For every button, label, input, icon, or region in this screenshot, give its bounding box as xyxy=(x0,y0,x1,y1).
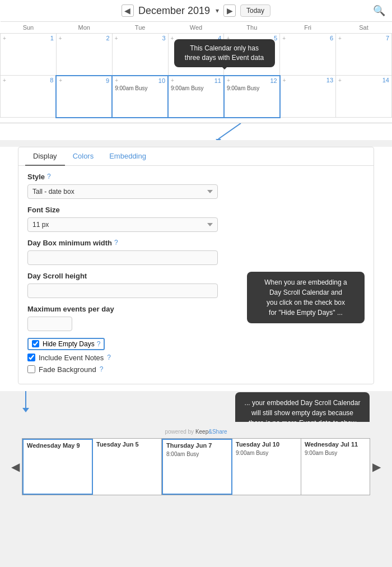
scroll-right-button[interactable]: ▶ xyxy=(370,438,383,495)
day-box-input[interactable]: 180 xyxy=(27,250,218,265)
include-notes-row: Include Event Notes ? xyxy=(27,354,238,362)
fade-bg-checkbox[interactable] xyxy=(27,365,35,373)
day-cell: +7 xyxy=(336,34,392,76)
day-scroll-label: Day Scroll height xyxy=(27,272,238,280)
style-select[interactable]: Tall - date box Short - date box Day Scr… xyxy=(27,184,218,199)
add-event-btn[interactable]: + xyxy=(3,77,6,83)
left-arrow-connector xyxy=(22,391,29,412)
settings-body: Style ? Tall - date box Short - date box… xyxy=(18,166,374,384)
hide-empty-label: Hide Empty Days xyxy=(43,340,95,348)
svg-line-0 xyxy=(218,123,241,139)
day-cell-highlighted: +11 9:00am Busy xyxy=(168,76,224,118)
add-event-btn[interactable]: + xyxy=(3,35,6,41)
font-size-setting: Font Size 11 px 12 px 13 px xyxy=(27,206,365,232)
day-scroll-cell-5: Wednesday Jul 11 9:00am Busy xyxy=(301,439,370,495)
search-button[interactable]: 🔍 xyxy=(373,4,385,17)
day-scroll-cell-3: Thursday Jun 7 8:00am Busy xyxy=(162,439,232,495)
month-title: December 2019 xyxy=(138,5,210,17)
day-scroll-cell-1: Wednesday May 9 xyxy=(22,439,93,495)
add-event-btn[interactable]: + xyxy=(59,77,62,83)
ds-event-5: 9:00am Busy xyxy=(305,450,366,456)
week-row-2: +8 +9 +10 9:00am Busy +11 9:00am Busy +1… xyxy=(1,76,392,118)
style-help[interactable]: ? xyxy=(47,173,51,180)
day-scroll-cell-2: Tuesday Jun 5 xyxy=(93,439,162,495)
col-fri: Fri xyxy=(280,22,336,34)
event-text: 9:00am Busy xyxy=(171,85,221,91)
day-scroll-input[interactable]: 200 xyxy=(27,284,218,298)
day-box-help[interactable]: ? xyxy=(114,239,118,247)
include-notes-label: Include Event Notes xyxy=(39,354,104,362)
add-event-btn[interactable]: + xyxy=(283,77,286,83)
settings-section: Display Colors Embedding Style ? Tall - … xyxy=(18,147,374,384)
add-event-btn[interactable]: + xyxy=(338,77,342,83)
add-event-btn[interactable]: + xyxy=(115,35,118,41)
add-event-btn[interactable]: + xyxy=(227,77,230,83)
style-label: Style ? xyxy=(27,173,365,181)
day-cell: +14 xyxy=(336,76,392,118)
hide-empty-help[interactable]: ? xyxy=(97,340,101,348)
day-cell: +8 xyxy=(1,76,57,118)
day-cell: +6 xyxy=(280,34,336,76)
font-size-select[interactable]: 11 px 12 px 13 px xyxy=(27,217,218,232)
font-size-label: Font Size xyxy=(27,206,365,214)
add-event-btn[interactable]: + xyxy=(282,35,286,41)
fade-bg-row: Fade Background ? xyxy=(27,365,238,374)
tab-display[interactable]: Display xyxy=(25,147,65,166)
event-text: 9:00am Busy xyxy=(227,85,277,91)
event-text: 9:00am Busy xyxy=(115,85,165,91)
col-sun: Sun xyxy=(1,22,57,34)
day-scroll-row: Day Scroll height 200 Maximum events per… xyxy=(27,272,365,377)
share-label: &Share xyxy=(208,429,227,435)
next-month-button[interactable]: ▶ xyxy=(223,4,236,17)
powered-by: powered by Keep&Share xyxy=(9,429,383,435)
include-notes-checkbox[interactable] xyxy=(27,354,35,361)
hide-empty-days-row: Hide Empty Days ? xyxy=(27,338,105,350)
ds-day-label-2: Tuesday Jun 5 xyxy=(96,441,158,448)
day-scroll-grid: Wednesday May 9 Tuesday Jun 5 Thursday J… xyxy=(22,438,370,495)
ds-day-label-5: Wednesday Jul 11 xyxy=(305,441,366,448)
scroll-left-button[interactable]: ◀ xyxy=(9,438,22,495)
month-dropdown-arrow[interactable]: ▾ xyxy=(216,7,219,15)
hide-empty-checkbox[interactable] xyxy=(32,340,39,347)
ds-day-label-1: Wednesday May 9 xyxy=(27,442,88,449)
prev-month-button[interactable]: ◀ xyxy=(122,4,134,17)
day-cell: +2 xyxy=(56,34,112,76)
add-event-btn[interactable]: + xyxy=(171,77,174,83)
include-notes-help[interactable]: ? xyxy=(107,354,111,361)
today-button[interactable]: Today xyxy=(240,4,270,17)
calendar-grid: Sun Mon Tue Wed Thu Fri Sat +1 +2 +3 xyxy=(0,21,392,118)
fade-bg-help[interactable]: ? xyxy=(100,365,104,373)
max-events-setting: Maximum events per day 12 xyxy=(27,305,238,331)
add-event-btn[interactable]: + xyxy=(171,35,174,41)
ds-event-3: 8:00am Busy xyxy=(166,451,228,457)
day-scroll-nav: ◀ Wednesday May 9 Tuesday Jun 5 Thursday… xyxy=(9,438,383,495)
tab-colors[interactable]: Colors xyxy=(65,147,102,166)
tooltip-bubble-2-wrapper: When you are embedding aDay Scroll Calen… xyxy=(247,272,365,323)
tab-embedding[interactable]: Embedding xyxy=(101,147,154,166)
max-events-input[interactable]: 12 xyxy=(27,317,72,331)
add-event-btn[interactable]: + xyxy=(115,77,118,83)
add-event-btn[interactable]: + xyxy=(59,35,62,41)
day-cell: +13 xyxy=(280,76,336,118)
keep-label: Keep xyxy=(195,429,208,435)
ds-event-4: 9:00am Busy xyxy=(236,450,297,456)
section-gap xyxy=(0,140,392,147)
fade-bg-label: Fade Background xyxy=(39,365,96,374)
day-scroll-left: Day Scroll height 200 Maximum events per… xyxy=(27,272,238,377)
tooltip-bubble-2: When you are embedding aDay Scroll Calen… xyxy=(247,272,365,323)
arrow-connector-1 xyxy=(0,123,392,140)
ds-day-label-3: Thursday Jun 7 xyxy=(166,442,228,449)
arrow-area: ... your embedded Day Scroll Calendarwil… xyxy=(0,391,392,422)
style-setting: Style ? Tall - date box Short - date box… xyxy=(27,173,365,199)
day-cell-highlighted: +9 xyxy=(56,76,112,118)
arrowhead-left xyxy=(22,408,29,412)
col-wed: Wed xyxy=(168,22,224,34)
day-cell: +3 xyxy=(112,34,168,76)
day-cell-highlighted: +12 9:00am Busy xyxy=(224,76,280,118)
add-event-btn[interactable]: + xyxy=(338,35,342,41)
day-cell: +4 This Calendar only hasthree days with… xyxy=(168,34,224,76)
ds-day-label-4: Tuesday Jul 10 xyxy=(236,441,297,448)
day-box-label: Day Box minimum width ? xyxy=(27,239,365,247)
day-cell: +1 xyxy=(1,34,57,76)
max-events-label: Maximum events per day xyxy=(27,305,238,313)
